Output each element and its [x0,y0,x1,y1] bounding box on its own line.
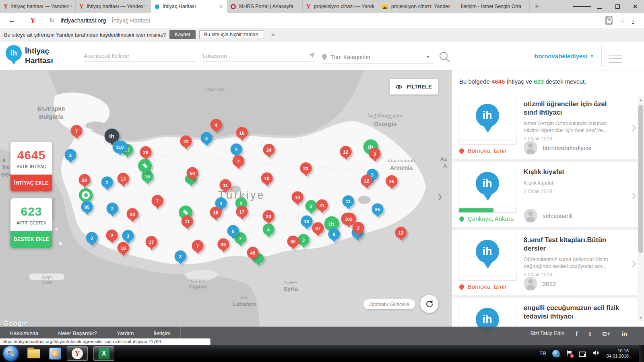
card-chevron-icon[interactable]: › [632,256,636,270]
clock[interactable]: 10:16 04.01.2018 [605,348,633,359]
map-marker[interactable]: 7 [71,125,83,137]
site-logo[interactable]: ih [6,45,22,67]
scroll-up-icon[interactable]: ▲ [638,97,644,103]
browser-tab[interactable]: İhtiyaç Haritası✕ [151,0,227,13]
map-canvas[interactable]: Black SeaБългарияBulgariaსაქართველოGeorg… [0,70,452,345]
map-marker[interactable]: 2 [106,230,118,241]
excel-taskbar-icon[interactable]: X [93,346,114,361]
save-password-button[interactable]: Kaydet [169,30,196,39]
card-chevron-icon[interactable]: › [632,120,636,134]
map-marker[interactable]: 3 [122,230,134,242]
map-marker[interactable]: 3 [231,144,242,155]
add-support-button[interactable]: DESTEK EKLE [10,231,52,248]
card-user[interactable]: 2012 [524,277,556,290]
card-title[interactable]: 8.sınıf Test kitapları.Bütün dersler [524,236,622,253]
map-marker[interactable]: 11 [220,179,231,191]
card-title[interactable]: Kışlık kıyafet [524,168,622,176]
map-marker[interactable]: 3 [175,251,186,262]
map-marker[interactable]: 3 [201,132,213,144]
location-input[interactable] [203,50,315,62]
map-marker[interactable]: 3 [353,222,364,234]
map-marker[interactable]: 7 [233,155,244,167]
card-user[interactable]: bornovabelediyesi [524,141,591,154]
infobar-close-icon[interactable]: ✕ [271,32,275,38]
map-marker[interactable]: 4 [211,119,222,131]
map-marker[interactable]: 33 [127,208,138,220]
close-button[interactable]: ✕ [626,0,644,13]
scrollbar-thumb[interactable] [638,105,643,253]
start-button-icon[interactable] [3,346,19,361]
map-marker[interactable]: 23 [180,136,192,147]
address-url[interactable]: ihtiyacharitasi.org [61,17,106,24]
browser-tab[interactable]: projeksiyon cihazı: Yandex.G [378,0,454,13]
user-menu[interactable]: bornovabelediyesi ▼ [535,53,594,60]
filter-button[interactable]: FİLTRELE [390,79,438,95]
yandex-browser-taskbar-icon[interactable]: Y [67,346,88,361]
map-marker[interactable]: 2 [107,203,118,214]
browser-tab[interactable]: Yihtiyaç haritası — Yandex: 4 [76,0,151,13]
map-marker[interactable]: 29 [79,174,91,186]
map-marker[interactable]: 110 [113,141,128,153]
map-marker[interactable]: 3 [305,200,317,212]
need-card[interactable]: ih Bornova, İzmir otizmli öğrenciler içi… [452,94,638,159]
card-title[interactable]: otizmli öğrenciler için özel sınıf ihtiy… [524,100,622,117]
map-marker[interactable]: 5 [227,225,239,237]
locate-arrow-icon[interactable] [308,52,315,60]
need-card[interactable]: ih Çankaya, Ankara Kışlık kıyafet Kışlık… [452,162,638,227]
keyword-search-input[interactable] [84,50,196,62]
browser-tab[interactable]: MHRS Portal | Anasayfa [227,0,303,13]
yandex-icon[interactable]: Y [30,16,35,25]
bookmark-star-icon[interactable]: ☆ [619,16,625,25]
card-user[interactable]: selcansanli [524,209,572,222]
browser-tab[interactable]: Yihtiyaç haritası — Yandex: 4 [0,0,76,13]
map-marker[interactable]: 22 [361,175,373,187]
auto-update-toggle[interactable]: Otomatik Güncelle [363,299,415,309]
scroll-down-icon[interactable]: ▼ [638,315,644,321]
site-menu-icon[interactable] [609,52,622,66]
action-center-flag-icon[interactable]: ✕ [566,350,573,357]
search-icon[interactable] [439,51,451,65]
map-marker[interactable]: 87 [312,222,324,234]
map-marker[interactable]: 24 [263,144,275,156]
map-marker[interactable]: 21 [316,200,328,211]
maximize-button[interactable] [609,0,626,13]
browser-tab[interactable]: Yprojeksiyon cihazı — Yande [303,0,378,13]
map-marker[interactable]: 7 [192,240,204,252]
explorer-icon[interactable] [27,349,40,358]
map-marker[interactable]: 16 [236,127,248,139]
map-marker[interactable]: 80 [287,236,299,247]
lock-icon[interactable] [605,16,613,25]
google-plus-icon[interactable]: G+ [602,330,610,337]
sidebar-scrollbar[interactable]: ▲ ▼ [638,97,644,321]
map-marker[interactable]: 20 [263,210,275,222]
need-card[interactable]: ih Bornova, İzmir 8.sınıf Test kitapları… [452,230,638,295]
map-marker[interactable]: 23 [300,162,312,174]
map-marker[interactable]: 11 [343,195,354,207]
map-marker[interactable]: 12 [340,146,352,158]
next-arrow-icon[interactable]: › [437,188,442,204]
media-player-icon[interactable]: ▶ [49,348,61,360]
map-marker[interactable]: 10 [292,191,303,203]
tab-close-icon[interactable]: ✕ [218,4,223,9]
card-chevron-icon[interactable]: › [632,188,636,202]
minimize-button[interactable] [591,0,609,13]
map-marker[interactable]: 35 [218,239,229,250]
reload-icon[interactable]: ↻ [49,17,54,24]
add-need-button[interactable]: İHTİYAÇ EKLE [10,175,52,191]
card-title[interactable]: engelli çocuğumuzun acil fizik tedavisi … [524,304,622,321]
refresh-button[interactable] [420,295,438,313]
twitter-icon[interactable]: t [589,330,591,337]
network-icon[interactable] [579,351,586,357]
show-desktop-button[interactable] [639,345,644,362]
browser-tab[interactable]: İletişim - İsmet Sezgin Orta [454,0,530,13]
map-marker[interactable]: 3 [369,148,381,160]
map-marker[interactable]: 3 [298,234,310,246]
updater-tray-icon[interactable] [552,350,560,358]
map-marker[interactable]: 6 [328,228,340,240]
map-marker[interactable]: 13 [118,173,129,185]
new-tab-button[interactable]: + [530,0,544,13]
map-marker[interactable]: 7 [152,195,163,207]
map-marker[interactable]: 35 [372,204,384,215]
map-marker[interactable]: 2 [65,149,76,161]
map-marker[interactable]: 25 [386,175,398,187]
